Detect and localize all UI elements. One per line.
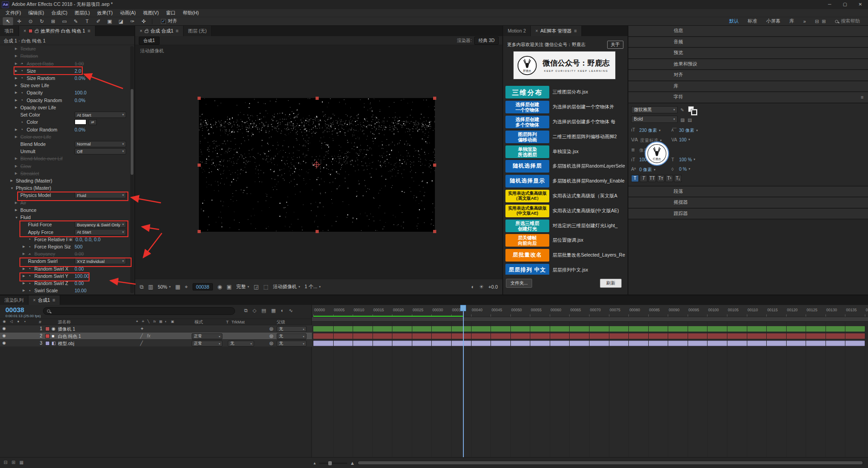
tab-timeline-comp[interactable]: × 合成1 ≡ <box>28 295 60 305</box>
menu-help[interactable]: 帮助(H) <box>179 10 203 16</box>
twirl-icon[interactable]: ▶ <box>15 54 20 58</box>
folder-button[interactable]: 文件夹... <box>506 279 532 288</box>
fx-row-air[interactable]: ▶Air <box>0 199 130 206</box>
current-frame-display[interactable]: 00038 <box>193 283 213 290</box>
parent-pickwhip-icon[interactable]: ◎ <box>269 333 274 338</box>
horizontal-scale-value[interactable]: 100 %▾ <box>679 157 695 162</box>
property-value[interactable]: 100.00 <box>75 273 89 279</box>
transparency-grid-icon[interactable]: ⬚ <box>263 284 268 290</box>
stopwatch-icon[interactable]: ◔ <box>28 237 34 242</box>
layer-tracks[interactable] <box>312 322 868 457</box>
label-color-chip[interactable] <box>45 334 50 338</box>
label-color-chip[interactable] <box>45 327 50 331</box>
timeline-zoom-control[interactable]: ▲ ▲ <box>313 460 355 466</box>
edge-handle[interactable] <box>433 164 436 167</box>
twirl-icon[interactable]: ▶ <box>15 157 20 160</box>
twirl-icon[interactable]: ▶ <box>15 91 20 94</box>
lock-icon[interactable] <box>145 30 148 33</box>
tab-composition[interactable]: × 合成 合成1 ≡ <box>135 26 184 36</box>
twirl-icon[interactable]: ▶ <box>15 76 20 80</box>
refresh-button[interactable]: 刷新 <box>600 279 622 288</box>
view-layout-select[interactable]: 1 个...▾ <box>305 284 321 290</box>
snap-toggle[interactable]: ✓ 对齐 <box>161 18 177 24</box>
workspace-item[interactable]: 小屏幕 <box>766 18 781 24</box>
property-dropdown[interactable]: Off▾ <box>75 148 126 154</box>
twirl-icon[interactable]: ▶ <box>10 179 16 183</box>
shape-tool[interactable]: ▭ <box>59 17 70 25</box>
script-button-3[interactable]: 选择层创建多个空物体 <box>505 116 549 128</box>
point-control-icon[interactable]: ⊕ <box>67 237 74 242</box>
zoom-tool[interactable]: ⊙ <box>25 17 36 25</box>
fx-row-size-over-life[interactable]: ▶Size over Life <box>0 82 130 89</box>
panel-effects-presets[interactable]: 效果和预设 <box>628 59 868 70</box>
color-swatch[interactable] <box>75 119 86 125</box>
corner-handle[interactable] <box>433 230 436 233</box>
script-button-4[interactable]: 图层阵列偏移动画 <box>505 131 549 143</box>
baseline-shift-value[interactable]: 0 像素▾ <box>639 167 656 173</box>
fx-row-opacity-random[interactable]: ▶◔Opacity Random0.0% <box>0 97 130 104</box>
fx-row-random-swirl-z[interactable]: ▶◔Random Swirl Z0.00 <box>0 280 130 287</box>
fx-row-fluid[interactable]: ▼Fluid <box>0 214 130 221</box>
edge-handle[interactable] <box>198 164 201 167</box>
comp-viewer[interactable]: 活动摄像机 <box>135 45 502 279</box>
superscript-button[interactable]: T¹ <box>665 175 673 182</box>
current-time-indicator-line[interactable] <box>463 305 464 457</box>
edge-handle[interactable] <box>316 230 319 233</box>
stopwatch-icon[interactable]: ◔ <box>20 90 27 95</box>
snapshot-icon[interactable]: ◉ <box>217 284 222 290</box>
pixel-aspect-icon[interactable]: ◐ <box>471 284 474 290</box>
layer-switch-mark[interactable]: ╱ <box>140 333 143 338</box>
script-button-10[interactable]: 所选三维层创建灯光 <box>505 220 549 232</box>
twirl-icon[interactable]: ▶ <box>23 274 28 278</box>
fx-row-rotation[interactable]: ▶Rotation <box>0 52 130 60</box>
layer-row-2[interactable]: ◉2■白色 纯色 1╱fx正常▾◎无▾ <box>0 332 312 340</box>
expand-transfer-icon[interactable]: ⊞ <box>11 460 15 465</box>
layer-name[interactable]: 模型.obj <box>58 341 74 347</box>
fx-row-texture[interactable]: ▶Texture <box>0 45 130 52</box>
workspace-item[interactable]: 库 <box>789 18 794 24</box>
twirl-icon[interactable]: ▶ <box>15 106 20 109</box>
property-dropdown[interactable]: Fluid▾ <box>75 192 126 198</box>
blend-mode-select[interactable]: 正常▾ <box>192 333 222 339</box>
fill-over-stroke-icon[interactable]: ▨ <box>680 117 684 122</box>
menu-effect[interactable]: 效果(T) <box>94 10 116 16</box>
property-value[interactable]: 1.00 <box>75 61 84 66</box>
visibility-toggle-icon[interactable]: ◉ <box>2 326 6 331</box>
type-tool[interactable]: T <box>82 17 92 25</box>
menu-animation[interactable]: 动画(A) <box>116 10 139 16</box>
close-tab-icon[interactable]: × <box>140 26 142 36</box>
property-value[interactable]: 500 <box>75 244 83 249</box>
fx-row-buoyancy[interactable]: ▶◔Buoyancy0.00 <box>0 250 130 257</box>
fx-row-random-swirl-x[interactable]: ▶◔Random Swirl X0.00 <box>0 265 130 272</box>
renderer-button[interactable]: 经典 3D <box>474 37 499 45</box>
stopwatch-icon[interactable]: ◔ <box>28 252 34 257</box>
panel-menu-icon[interactable]: ≡ <box>861 94 863 100</box>
tab-layer[interactable]: 图层 (无) <box>184 26 212 36</box>
label-color-chip[interactable] <box>45 341 50 346</box>
clone-stamp-tool[interactable]: ▣ <box>104 17 115 25</box>
panel-menu-icon[interactable]: ≡ <box>52 295 55 305</box>
mask-visibility-icon[interactable]: ⌖ <box>185 284 188 290</box>
panel-preview[interactable]: 预览 <box>628 48 868 59</box>
fx-row-force-region-siz[interactable]: ▶◔Force Region Siz500 <box>0 243 130 250</box>
script-button-13[interactable]: 层层排列 中文 <box>505 264 549 275</box>
stopwatch-icon[interactable]: ◔ <box>28 266 34 271</box>
stopwatch-icon[interactable]: ◔ <box>20 127 27 132</box>
property-value[interactable]: 0.00 <box>75 281 84 286</box>
workspace-item[interactable]: 默认 <box>729 18 739 24</box>
layer-row-1[interactable]: ◉1◉摄像机 1✦◎无▾ <box>0 325 312 332</box>
menu-file[interactable]: 文件(F) <box>2 10 24 16</box>
script-button-5[interactable]: 单独渲染所选图层 <box>505 145 549 158</box>
script-button-9[interactable]: 实用表达式集高级版(中文版AE) <box>505 205 549 217</box>
fx-row-shading-master[interactable]: ▶Shading (Master) <box>0 177 130 184</box>
panel-menu-icon[interactable]: ≡ <box>87 26 90 36</box>
property-value[interactable]: 10.00 <box>75 288 86 293</box>
eraser-tool[interactable]: ◪ <box>116 17 126 25</box>
layer-switch-mark[interactable]: ╱ <box>140 341 143 346</box>
minimize-button[interactable]: ─ <box>822 0 837 9</box>
twirl-icon[interactable]: ▶ <box>15 208 20 212</box>
menu-window[interactable]: 窗口 <box>162 10 179 16</box>
expand-inout-icon[interactable]: ▦ <box>19 460 24 465</box>
tsume-value[interactable]: 0 %▾ <box>679 167 690 172</box>
puppet-pin-tool[interactable]: ✜ <box>138 17 149 25</box>
